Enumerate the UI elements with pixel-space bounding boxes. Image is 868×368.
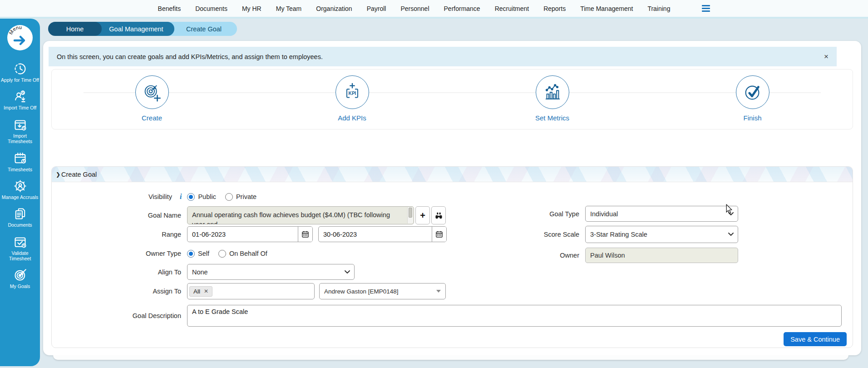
assign-to-chip-all[interactable]: All ✕ — [189, 286, 212, 297]
calendar-icon — [436, 231, 443, 238]
section-chevron-icon: ❯ — [56, 171, 60, 178]
goal-name-textarea[interactable]: Annual operating cash flow achieves budg… — [187, 206, 414, 224]
breadcrumb: Home Goal Management Create Goal — [48, 22, 237, 36]
align-to-select[interactable]: None — [187, 264, 355, 280]
score-scale-select[interactable]: 3-Star Rating Scale — [585, 226, 738, 243]
nav-item-organization[interactable]: Organization — [316, 5, 352, 12]
main-content: Home Goal Management Create Goal On this… — [40, 19, 868, 368]
sidebar-item-manage-accruals[interactable]: Manage Accruals — [0, 179, 40, 200]
section-header[interactable]: ❯ Create Goal — [52, 167, 853, 182]
assign-to-label: Assign To — [52, 288, 187, 295]
section-title: Create Goal — [61, 171, 97, 178]
owner-type-on-behalf-radio[interactable] — [218, 250, 226, 258]
hamburger-menu-icon[interactable] — [702, 5, 710, 12]
nav-item-reports[interactable]: Reports — [543, 5, 566, 12]
nav-item-training[interactable]: Training — [647, 5, 670, 12]
binoculars-icon — [435, 212, 443, 219]
score-scale-row: Score Scale 3-Star Rating Scale — [450, 226, 738, 243]
sidebar-item-import-time-off[interactable]: Import Time Off — [0, 90, 40, 110]
align-to-label: Align To — [52, 269, 187, 276]
info-banner: On this screen, you can create goals and… — [49, 47, 837, 66]
visibility-private-label: Private — [236, 193, 256, 200]
sidebar-item-my-goals[interactable]: My Goals — [0, 268, 40, 289]
wizard-step-add-kpis[interactable]: KPI Add KPIs — [252, 70, 452, 129]
add-goal-button[interactable]: + — [415, 206, 430, 224]
nav-item-personnel[interactable]: Personnel — [400, 5, 429, 12]
visibility-label: Visibility — [52, 193, 178, 200]
chevron-down-icon — [345, 270, 350, 274]
sidebar-menu-expand-button[interactable]: Menu — [7, 25, 33, 51]
goal-name-row: Goal Name Annual operating cash flow ach… — [52, 206, 446, 224]
wizard-step-create[interactable]: Create — [52, 70, 252, 129]
owner-type-self-radio[interactable] — [187, 250, 195, 258]
nav-item-performance[interactable]: Performance — [444, 5, 480, 12]
svg-text:KPI: KPI — [348, 91, 356, 96]
banner-close-icon[interactable]: × — [824, 53, 829, 60]
timesheet-calendar-icon — [13, 151, 27, 165]
breadcrumb-home[interactable]: Home — [48, 22, 102, 36]
range-start-calendar-button[interactable] — [298, 227, 312, 242]
owner-input[interactable] — [585, 248, 738, 263]
search-goal-button[interactable] — [431, 206, 446, 224]
range-start-input[interactable] — [187, 227, 298, 242]
create-step-circle — [135, 75, 169, 109]
calendar-icon — [302, 231, 309, 238]
goal-target-icon — [13, 268, 27, 282]
assign-to-employee-select[interactable]: Andrew Gaston [EMP0148] — [319, 283, 446, 299]
range-end-calendar-button[interactable] — [432, 227, 446, 242]
set-metrics-step-circle — [536, 75, 569, 109]
goal-type-label: Goal Type — [450, 210, 585, 218]
sidebar-item-timesheets[interactable]: Timesheets — [0, 151, 40, 172]
plus-icon: + — [420, 211, 425, 220]
calendar-check-icon — [13, 235, 27, 249]
nav-item-time-management[interactable]: Time Management — [580, 5, 633, 12]
wizard-step-set-metrics[interactable]: Set Metrics — [452, 70, 652, 129]
content-card: On this screen, you can create goals and… — [43, 41, 861, 355]
range-label: Range — [52, 231, 187, 238]
add-kpis-step-circle: KPI — [335, 75, 369, 109]
card-bottom-strip — [53, 355, 848, 360]
range-end-field — [318, 226, 447, 242]
goal-description-label: Goal Description — [52, 312, 187, 319]
nav-item-my-hr[interactable]: My HR — [242, 5, 261, 12]
wizard-step-finish[interactable]: Finish — [652, 70, 853, 129]
owner-label: Owner — [450, 252, 585, 259]
save-continue-button[interactable]: Save & Continue — [784, 332, 847, 346]
assign-to-multiselect[interactable]: All ✕ — [187, 283, 315, 299]
info-banner-text: On this screen, you can create goals and… — [57, 53, 323, 60]
goal-type-select[interactable]: Individual — [585, 206, 738, 222]
visibility-public-radio[interactable] — [187, 193, 195, 201]
documents-icon — [13, 207, 27, 221]
create-goal-form-card: ❯ Create Goal Visibility i Public — [51, 166, 853, 348]
chevron-down-icon — [728, 233, 734, 236]
align-to-row: Align To None — [52, 264, 355, 280]
sidebar-item-validate-timesheet[interactable]: Validate Timesheet — [0, 235, 40, 262]
nav-item-benefits[interactable]: Benefits — [158, 5, 181, 12]
sidebar-item-apply-time-off[interactable]: Apply for Time Off — [0, 62, 40, 83]
sidebar-item-import-timesheets[interactable]: Import Timesheets — [0, 118, 40, 144]
left-sidebar: Menu Apply for Time Off Import Time Off — [0, 19, 40, 366]
goal-name-label: Goal Name — [52, 212, 187, 219]
dropdown-triangle-icon — [436, 290, 441, 293]
visibility-public-label: Public — [198, 193, 216, 200]
gear-person-icon — [13, 179, 27, 193]
owner-row: Owner — [450, 248, 738, 263]
owner-type-self-label: Self — [198, 250, 209, 257]
goal-description-row: Goal Description A to E Grade Scale — [52, 305, 842, 327]
goal-name-scrollbar[interactable] — [407, 207, 413, 224]
create-goal-target-icon — [142, 82, 163, 103]
person-clock-import-icon — [13, 90, 27, 104]
nav-item-documents[interactable]: Documents — [195, 5, 227, 12]
nav-item-recruitment[interactable]: Recruitment — [495, 5, 529, 12]
info-icon[interactable]: i — [180, 193, 182, 201]
sidebar-item-documents[interactable]: Documents — [0, 207, 40, 228]
kpi-plus-icon: KPI — [342, 82, 363, 103]
nav-item-payroll[interactable]: Payroll — [367, 5, 386, 12]
goal-description-textarea[interactable]: A to E Grade Scale — [187, 305, 842, 327]
range-end-input[interactable] — [319, 227, 432, 242]
metrics-chart-icon — [542, 82, 563, 103]
chip-remove-icon[interactable]: ✕ — [204, 288, 208, 294]
visibility-private-radio[interactable] — [225, 193, 233, 201]
nav-item-my-team[interactable]: My Team — [276, 5, 302, 12]
finish-step-circle — [736, 75, 769, 109]
